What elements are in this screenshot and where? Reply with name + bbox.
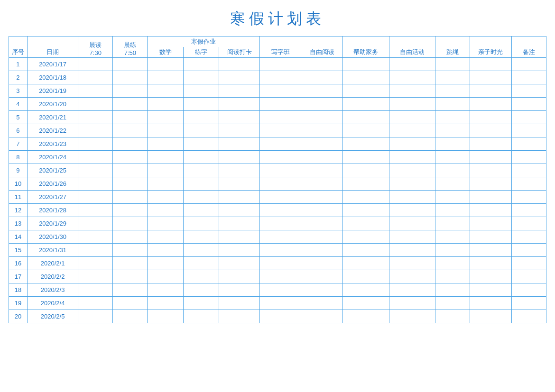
math-cell[interactable] xyxy=(148,191,184,204)
help-home-cell[interactable] xyxy=(343,124,389,137)
math-cell[interactable] xyxy=(148,71,184,84)
morning-read-cell[interactable] xyxy=(78,164,113,177)
help-home-cell[interactable] xyxy=(343,297,389,310)
help-home-cell[interactable] xyxy=(343,191,389,204)
morning-read-cell[interactable] xyxy=(78,111,113,124)
parent-time-cell[interactable] xyxy=(470,244,512,257)
reading-checkin-cell[interactable] xyxy=(219,58,259,71)
writing-class-cell[interactable] xyxy=(259,71,301,84)
morning-exercise-cell[interactable] xyxy=(113,310,148,323)
reading-checkin-cell[interactable] xyxy=(219,84,259,98)
calligraphy-cell[interactable] xyxy=(183,244,219,257)
notes-cell[interactable] xyxy=(511,217,546,230)
seq-cell[interactable]: 14 xyxy=(9,230,28,244)
writing-class-cell[interactable] xyxy=(259,98,301,111)
free-activity-cell[interactable] xyxy=(389,164,435,177)
notes-cell[interactable] xyxy=(511,310,546,323)
calligraphy-cell[interactable] xyxy=(183,204,219,217)
parent-time-cell[interactable] xyxy=(470,151,512,164)
morning-read-cell[interactable] xyxy=(78,124,113,137)
morning-exercise-cell[interactable] xyxy=(113,217,148,230)
notes-cell[interactable] xyxy=(511,124,546,137)
calligraphy-cell[interactable] xyxy=(183,177,219,191)
seq-cell[interactable]: 8 xyxy=(9,151,28,164)
writing-class-cell[interactable] xyxy=(259,297,301,310)
writing-class-cell[interactable] xyxy=(259,310,301,323)
free-activity-cell[interactable] xyxy=(389,84,435,98)
writing-class-cell[interactable] xyxy=(259,204,301,217)
morning-exercise-cell[interactable] xyxy=(113,297,148,310)
morning-read-cell[interactable] xyxy=(78,204,113,217)
notes-cell[interactable] xyxy=(511,270,546,283)
jump-rope-cell[interactable] xyxy=(435,111,470,124)
help-home-cell[interactable] xyxy=(343,270,389,283)
math-cell[interactable] xyxy=(148,217,184,230)
notes-cell[interactable] xyxy=(511,151,546,164)
parent-time-cell[interactable] xyxy=(470,71,512,84)
seq-cell[interactable]: 20 xyxy=(9,310,28,323)
parent-time-cell[interactable] xyxy=(470,204,512,217)
notes-cell[interactable] xyxy=(511,58,546,71)
morning-read-cell[interactable] xyxy=(78,244,113,257)
jump-rope-cell[interactable] xyxy=(435,217,470,230)
free-reading-cell[interactable] xyxy=(301,98,343,111)
math-cell[interactable] xyxy=(148,58,184,71)
seq-cell[interactable]: 16 xyxy=(9,257,28,270)
parent-time-cell[interactable] xyxy=(470,230,512,244)
jump-rope-cell[interactable] xyxy=(435,191,470,204)
morning-read-cell[interactable] xyxy=(78,177,113,191)
reading-checkin-cell[interactable] xyxy=(219,283,259,297)
writing-class-cell[interactable] xyxy=(259,230,301,244)
notes-cell[interactable] xyxy=(511,111,546,124)
math-cell[interactable] xyxy=(148,98,184,111)
free-reading-cell[interactable] xyxy=(301,164,343,177)
help-home-cell[interactable] xyxy=(343,151,389,164)
reading-checkin-cell[interactable] xyxy=(219,257,259,270)
date-cell[interactable]: 2020/1/29 xyxy=(27,217,78,230)
free-activity-cell[interactable] xyxy=(389,71,435,84)
free-reading-cell[interactable] xyxy=(301,151,343,164)
free-activity-cell[interactable] xyxy=(389,151,435,164)
reading-checkin-cell[interactable] xyxy=(219,124,259,137)
calligraphy-cell[interactable] xyxy=(183,84,219,98)
help-home-cell[interactable] xyxy=(343,84,389,98)
notes-cell[interactable] xyxy=(511,84,546,98)
morning-exercise-cell[interactable] xyxy=(113,204,148,217)
jump-rope-cell[interactable] xyxy=(435,204,470,217)
notes-cell[interactable] xyxy=(511,98,546,111)
morning-read-cell[interactable] xyxy=(78,71,113,84)
reading-checkin-cell[interactable] xyxy=(219,111,259,124)
calligraphy-cell[interactable] xyxy=(183,191,219,204)
help-home-cell[interactable] xyxy=(343,310,389,323)
help-home-cell[interactable] xyxy=(343,58,389,71)
parent-time-cell[interactable] xyxy=(470,98,512,111)
math-cell[interactable] xyxy=(148,151,184,164)
notes-cell[interactable] xyxy=(511,164,546,177)
help-home-cell[interactable] xyxy=(343,164,389,177)
reading-checkin-cell[interactable] xyxy=(219,164,259,177)
jump-rope-cell[interactable] xyxy=(435,71,470,84)
writing-class-cell[interactable] xyxy=(259,111,301,124)
jump-rope-cell[interactable] xyxy=(435,124,470,137)
morning-exercise-cell[interactable] xyxy=(113,177,148,191)
help-home-cell[interactable] xyxy=(343,98,389,111)
seq-cell[interactable]: 15 xyxy=(9,244,28,257)
seq-cell[interactable]: 17 xyxy=(9,270,28,283)
math-cell[interactable] xyxy=(148,124,184,137)
math-cell[interactable] xyxy=(148,137,184,151)
parent-time-cell[interactable] xyxy=(470,310,512,323)
parent-time-cell[interactable] xyxy=(470,124,512,137)
seq-cell[interactable]: 2 xyxy=(9,71,28,84)
parent-time-cell[interactable] xyxy=(470,270,512,283)
jump-rope-cell[interactable] xyxy=(435,310,470,323)
help-home-cell[interactable] xyxy=(343,244,389,257)
parent-time-cell[interactable] xyxy=(470,177,512,191)
morning-exercise-cell[interactable] xyxy=(113,58,148,71)
date-cell[interactable]: 2020/1/22 xyxy=(27,124,78,137)
morning-read-cell[interactable] xyxy=(78,217,113,230)
date-cell[interactable]: 2020/2/4 xyxy=(27,297,78,310)
writing-class-cell[interactable] xyxy=(259,217,301,230)
morning-read-cell[interactable] xyxy=(78,297,113,310)
writing-class-cell[interactable] xyxy=(259,58,301,71)
parent-time-cell[interactable] xyxy=(470,58,512,71)
